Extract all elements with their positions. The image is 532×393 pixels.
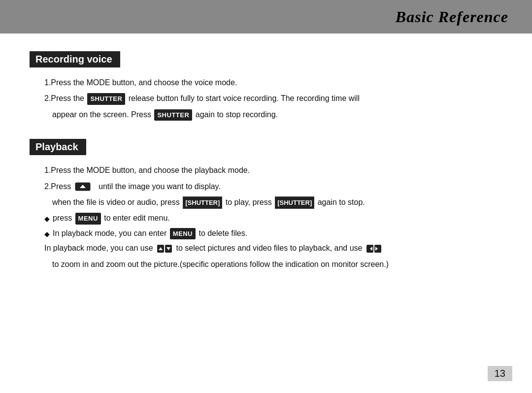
recording-step-1: 1.Press the MODE button, and choose the … [30,76,502,89]
menu-badge-2: MENU [170,228,196,239]
playback-select-line: In playback mode, you can use to select … [30,242,502,255]
playback-step-1: 1.Press the MODE button, and choose the … [30,164,502,177]
shutter-badge-1: SHUTTER [87,93,125,104]
playback-bullet-2: ◆ In playback mode, you can enter MENU t… [30,227,502,240]
page-title: Basic Reference [396,8,532,26]
bullet-diamond-2: ◆ [44,229,50,240]
menu-badge-1: MENU [75,213,101,224]
shutter-outline-badge-1: [SHUTTER] [183,196,222,209]
playback-step-2-video: when the file is video or audio, press [… [30,196,502,209]
page-number: 13 [488,366,512,381]
arrow-updown-icon-2 [157,244,172,253]
main-content: Recording voice 1.Press the MODE button,… [0,33,532,271]
section-recording-voice: Recording voice 1.Press the MODE button,… [30,47,502,121]
recording-step-2: 2.Press the SHUTTER release button fully… [30,92,502,105]
recording-step-2-cont: appear on the screen. Press SHUTTER agai… [30,108,502,121]
shutter-outline-badge-2: [SHUTTER] [275,196,314,209]
playback-step-2: 2.Press until the image you want to disp… [30,180,502,193]
playback-bullet-2-text: In playback mode, you can enter MENU to … [53,227,247,240]
bullet-diamond-1: ◆ [44,213,50,225]
section-heading-playback: Playback [30,139,86,155]
header-bar: Basic Reference [0,0,532,33]
arrow-leftright-icon [366,244,382,253]
playback-bullet-1: ◆ press MENU to enter edit menu. [30,212,502,225]
section-playback: Playback 1.Press the MODE button, and ch… [30,135,502,271]
playback-zoom-line: to zoom in and zoom out the picture.(spe… [30,258,502,271]
arrow-updown-icon-1 [75,182,91,191]
shutter-badge-2: SHUTTER [154,109,192,121]
playback-bullet-1-text: press MENU to enter edit menu. [53,212,170,225]
section-heading-recording-voice: Recording voice [30,51,120,67]
